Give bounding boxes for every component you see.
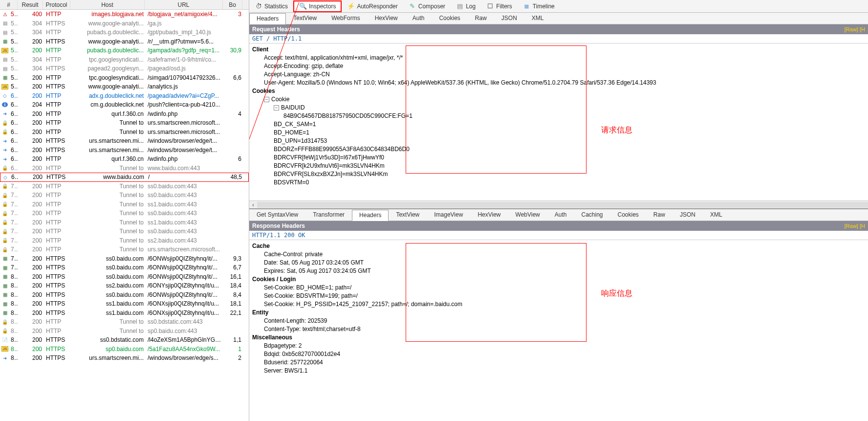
session-row[interactable]: 79200HTTPSss0.baidu.com/6ONWsjip0QIZ8tyh… <box>0 263 249 272</box>
request-tab-hexview[interactable]: HexView <box>368 13 405 24</box>
response-tab-transformer[interactable]: Transformer <box>305 209 352 221</box>
session-row[interactable]: 54200HTTPSwww.google-analyti.../r/__utm.… <box>0 37 249 46</box>
toolbar-inspectors-button[interactable]: Inspectors <box>293 0 342 12</box>
response-tab-cookies[interactable]: Cookies <box>610 209 646 221</box>
session-row[interactable]: 82200HTTPSss0.baidu.com/6ONWsjip0QIZ8tyh… <box>0 290 249 300</box>
request-tab-headers[interactable]: Headers <box>249 13 286 24</box>
hdr-accept[interactable]: Accept: text/html, application/xhtml+xml… <box>252 54 865 62</box>
request-tab-json[interactable]: JSON <box>494 13 524 24</box>
session-row[interactable]: 68200HTTPTunnel towww.baidu.com:443 <box>0 164 249 173</box>
col-url[interactable]: URL <box>145 0 223 9</box>
cookie-baiduid[interactable]: −BAIDUID <box>252 104 865 112</box>
hdr-server[interactable]: Server: BWS/1.1 <box>252 367 865 375</box>
session-row[interactable]: 87200HTTPSss0.bdstatic.com/l4oZeXSm1A5Bp… <box>0 335 249 345</box>
request-tab-auth[interactable]: Auth <box>405 13 432 24</box>
session-row[interactable]: 74200HTTPTunnel toss1.baidu.com:443 <box>0 218 249 227</box>
hdr-bduserid[interactable]: Bduserid: 2577220064 <box>252 358 865 367</box>
hdr-expires[interactable]: Expires: Sat, 05 Aug 2017 03:24:05 GMT <box>252 267 865 275</box>
session-row[interactable]: 64200HTTPTunnel tours.smartscreen.micros… <box>0 128 249 137</box>
hdr-set-cookie-2[interactable]: Set-Cookie: BDSVRTM=199; path=/ <box>252 292 865 300</box>
session-row[interactable]: 77200HTTPTunnel tours.smartscreen.micros… <box>0 245 249 254</box>
session-row[interactable]: 89200HTTPSurs.smartscreen.mi.../windows/… <box>0 354 249 363</box>
toolbar-timeline-button[interactable]: Timeline <box>518 0 560 12</box>
session-row[interactable]: 81200HTTPSss2.baidu.com/6ONYsjip0QIZ8tyh… <box>0 281 249 290</box>
session-row[interactable]: 84200HTTPSss1.baidu.com/6ONXsjip0QIZ8tyh… <box>0 309 249 318</box>
session-row[interactable]: 72200HTTPTunnel toss1.baidu.com:443 <box>0 200 249 209</box>
cookie-bdhome[interactable]: BD_HOME=1 <box>252 129 865 137</box>
session-row[interactable]: 65200HTTPSurs.smartscreen.mi.../windows/… <box>0 136 249 146</box>
cookie-baiduid-value[interactable]: 84B9C64567DB818757950CD05C990CFE:FG=1 <box>252 112 865 120</box>
col-bo[interactable]: Bo <box>223 0 242 9</box>
col-num[interactable]: # <box>0 0 18 9</box>
toolbar-log-button[interactable]: Log <box>451 0 481 12</box>
response-tab-auth[interactable]: Auth <box>547 209 574 221</box>
cookie-bdrcvfr1[interactable]: BDRCVFR[feWj1Vr5u3D]=I67x6TjHwwYf0 <box>252 154 865 162</box>
session-row[interactable]: 80200HTTPSss0.baidu.com/6ONWsjip0QIZ8tyh… <box>0 272 249 282</box>
cookie-bdupn[interactable]: BD_UPN=1d314753 <box>252 137 865 145</box>
hdr-bdqid[interactable]: Bdqid: 0xb5c827070001d2e4 <box>252 350 865 358</box>
session-row[interactable]: 73200HTTPTunnel toss0.baidu.com:443 <box>0 209 249 218</box>
session-row[interactable]: 62200HTTPqurl.f.360.cn/wdinfo.php4 <box>0 110 249 119</box>
cookie-bdsvrtm[interactable]: BDSVRTM=0 <box>252 178 865 187</box>
session-row[interactable]: 67200HTTPqurl.f.360.cn/wdinfo.php6 <box>0 155 249 164</box>
session-row[interactable]: 76200HTTPTunnel toss2.baidu.com:443 <box>0 236 249 245</box>
raw-link[interactable]: [Raw] [H <box>845 26 865 32</box>
scroll-track[interactable] <box>257 202 868 208</box>
raw-link[interactable]: [Raw] [H <box>845 223 865 229</box>
request-tab-webforms[interactable]: WebForms <box>324 13 367 24</box>
col-result[interactable]: Result <box>18 0 43 9</box>
session-row[interactable]: 57304HTTPSpagead2.googlesyn.../pagead/os… <box>0 64 249 73</box>
response-tab-caching[interactable]: Caching <box>574 209 610 221</box>
session-row[interactable]: 58200HTTPtpc.googlesyndicati.../simgad/1… <box>0 73 249 83</box>
response-tab-get-syntaxview[interactable]: Get SyntaxView <box>249 209 305 221</box>
request-tab-textview[interactable]: TextView <box>286 13 324 24</box>
session-row[interactable]: 61204HTTPcm.g.doubleclick.net/push?clien… <box>0 100 249 110</box>
tree-collapse-icon[interactable]: − <box>264 97 269 102</box>
hdr-set-cookie-1[interactable]: Set-Cookie: BD_HOME=1; path=/ <box>252 284 865 292</box>
toolbar-composer-button[interactable]: Composer <box>403 0 451 12</box>
response-tab-xml[interactable]: XML <box>703 209 730 221</box>
session-row[interactable]: 75200HTTPTunnel toss0.baidu.com:443 <box>0 227 249 236</box>
cookie-bdrcvfr2[interactable]: BDRCVFR[k2U9xfnuVt6]=mk3SLVN4HKm <box>252 162 865 170</box>
response-tab-raw[interactable]: Raw <box>646 209 673 221</box>
session-row[interactable]: 59200HTTPSwww.google-analyti.../analytic… <box>0 82 249 91</box>
hdr-date[interactable]: Date: Sat, 05 Aug 2017 03:24:05 GMT <box>252 259 865 267</box>
response-tab-hexview[interactable]: HexView <box>470 209 508 221</box>
hdr-accept-language[interactable]: Accept-Language: zh-CN <box>252 70 865 79</box>
group-client[interactable]: Client <box>252 45 865 54</box>
session-row[interactable]: 60200HTTPadx.g.doubleclick.net/pagead/ad… <box>0 91 249 101</box>
group-misc[interactable]: Miscellaneous <box>252 333 865 342</box>
hdr-set-cookie-3[interactable]: Set-Cookie: H_PS_PSSID=1425_21097_22157;… <box>252 300 865 309</box>
cookie-node[interactable]: −Cookie <box>252 95 865 104</box>
session-row[interactable]: 56304HTTPtpc.googlesyndicati.../safefram… <box>0 55 249 65</box>
response-tab-imageview[interactable]: ImageView <box>427 209 470 221</box>
request-headers-tree[interactable]: Client Accept: text/html, application/xh… <box>249 44 868 200</box>
session-row[interactable]: 71200HTTPTunnel toss0.baidu.com:443 <box>0 191 249 200</box>
scroll-left-icon[interactable]: ‹ <box>249 201 257 208</box>
session-row[interactable]: 78200HTTPSss0.baidu.com/6ONWsjip0QIZ8tyh… <box>0 254 249 264</box>
session-row[interactable]: 70200HTTPTunnel toss0.baidu.com:443 <box>0 182 249 191</box>
group-entity[interactable]: Entity <box>252 309 865 317</box>
group-cookies-login[interactable]: Cookies / Login <box>252 275 865 284</box>
response-tab-headers[interactable]: Headers <box>352 210 389 221</box>
session-row[interactable]: 63200HTTPTunnel tours.smartscreen.micros… <box>0 118 249 128</box>
response-tab-webview[interactable]: WebView <box>508 209 547 221</box>
tree-collapse-icon[interactable]: − <box>274 105 279 111</box>
toolbar-autoresponder-button[interactable]: AutoResponder <box>342 0 403 12</box>
toolbar-statistics-button[interactable]: Statistics <box>249 0 293 12</box>
hdr-accept-encoding[interactable]: Accept-Encoding: gzip, deflate <box>252 62 865 70</box>
session-row[interactable]: 69200HTTPSwww.baidu.com/48,5 <box>0 173 249 182</box>
hdr-content-type[interactable]: Content-Type: text/html;charset=utf-8 <box>252 325 865 333</box>
request-tab-xml[interactable]: XML <box>524 13 551 24</box>
cookie-bdrcvfr3[interactable]: BDRCVFR[SL8xzxBXZJn]=mk3SLVN4HKm <box>252 170 865 178</box>
session-row[interactable]: 51400HTTPimages.blogjava.net/blogjava_ne… <box>0 10 249 19</box>
session-row[interactable]: 88200HTTPSsp0.baidu.com/5a1Fazu8AA54nxGk… <box>0 345 249 354</box>
col-protocol[interactable]: Protocol <box>43 0 70 9</box>
sessions-list[interactable]: 51400HTTPimages.blogjava.net/blogjava_ne… <box>0 10 249 421</box>
response-tab-json[interactable]: JSON <box>673 209 703 221</box>
session-row[interactable]: 55200HTTPpubads.g.doubleclic.../gampad/a… <box>0 46 249 55</box>
cookie-bdcksam[interactable]: BD_CK_SAM=1 <box>252 120 865 129</box>
col-host[interactable]: Host <box>70 0 145 9</box>
session-row[interactable]: 53304HTTPpubads.g.doubleclic.../gpt/puba… <box>0 28 249 37</box>
session-row[interactable]: 83200HTTPSss1.baidu.com/6ONXsjip0QIZ8tyh… <box>0 299 249 309</box>
